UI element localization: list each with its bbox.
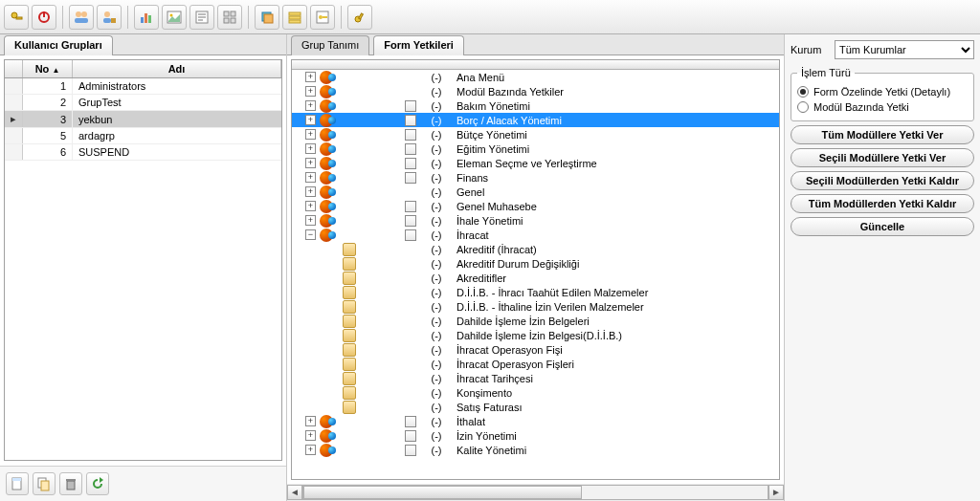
tree-node[interactable]: (-)Dahilde İşleme İzin Belgesi(D.İ.İ.B.) bbox=[292, 328, 779, 342]
tree-node[interactable]: (-)Akreditif (İhracat) bbox=[292, 242, 779, 256]
table-row[interactable]: 6SUSPEND bbox=[5, 144, 281, 161]
key3-icon[interactable] bbox=[347, 5, 372, 30]
key-icon[interactable] bbox=[4, 5, 29, 30]
cell-name: GrupTest bbox=[73, 95, 281, 111]
tree-node[interactable]: (-)Dahilde İşleme İzin Belgeleri bbox=[292, 314, 779, 328]
update-button[interactable]: Güncelle bbox=[791, 217, 974, 236]
radio-icon[interactable] bbox=[797, 86, 809, 98]
expand-icon[interactable]: + bbox=[305, 86, 316, 97]
permissions-tree[interactable]: +(-)Ana Menü+(-)Modül Bazında Yetkiler+(… bbox=[291, 59, 780, 480]
checkbox[interactable] bbox=[405, 100, 416, 112]
grid-icon[interactable] bbox=[217, 5, 242, 30]
tree-node[interactable]: (-)Satış Faturası bbox=[292, 400, 779, 414]
tab-form-permissions[interactable]: Form Yetkileri bbox=[373, 35, 464, 55]
tree-node[interactable]: −(-)İhracat bbox=[292, 228, 779, 242]
tree-node[interactable]: (-)İhracat Tarihçesi bbox=[292, 371, 779, 385]
checkbox[interactable] bbox=[405, 115, 416, 126]
key2-icon[interactable] bbox=[310, 5, 335, 30]
expand-icon[interactable]: + bbox=[305, 100, 316, 111]
expand-icon[interactable]: + bbox=[305, 416, 316, 426]
users-icon[interactable] bbox=[69, 5, 94, 30]
table-row[interactable]: ▸3yekbun bbox=[5, 111, 281, 128]
tree-node[interactable]: +(-)Eğitim Yönetimi bbox=[292, 142, 779, 156]
expand-icon[interactable]: + bbox=[305, 445, 316, 455]
collapse-icon[interactable]: − bbox=[305, 229, 316, 240]
radio-form-detail[interactable]: Form Özelinde Yetki (Detaylı) bbox=[797, 84, 968, 99]
expand-icon[interactable]: + bbox=[305, 143, 316, 154]
radio-icon[interactable] bbox=[797, 101, 809, 113]
power-icon[interactable] bbox=[32, 5, 56, 30]
revoke-all-button[interactable]: Tüm Modüllerden Yetki Kaldır bbox=[791, 194, 974, 213]
tree-node[interactable]: +(-)Kalite Yönetimi bbox=[292, 443, 779, 457]
checkbox[interactable] bbox=[405, 143, 416, 155]
tree-node[interactable]: (-)Akreditif Durum Değişikliği bbox=[292, 256, 779, 271]
checkbox[interactable] bbox=[405, 215, 416, 227]
delete-icon[interactable] bbox=[59, 472, 82, 495]
expand-icon[interactable]: + bbox=[305, 72, 316, 82]
tree-node[interactable]: +(-)Genel Muhasebe bbox=[292, 199, 779, 213]
expand-icon[interactable]: + bbox=[305, 115, 316, 125]
table-row[interactable]: 1Administrators bbox=[5, 78, 281, 95]
expand-icon[interactable]: + bbox=[305, 158, 316, 168]
user-lock-icon[interactable] bbox=[97, 5, 122, 30]
expand-icon[interactable]: + bbox=[305, 172, 316, 183]
image-icon[interactable] bbox=[162, 5, 187, 30]
scroll-right-icon[interactable]: ► bbox=[768, 485, 784, 500]
checkbox[interactable] bbox=[405, 416, 416, 427]
form-icon[interactable] bbox=[189, 5, 214, 30]
tree-node[interactable]: +(-)Bakım Yönetimi bbox=[292, 98, 779, 113]
tree-node[interactable]: (-)Konşimento bbox=[292, 385, 779, 400]
tab-group-def[interactable]: Grup Tanımı bbox=[291, 35, 369, 55]
tree-node[interactable]: (-)Akreditifler bbox=[292, 271, 779, 285]
checkbox[interactable] bbox=[405, 430, 416, 442]
checkbox[interactable] bbox=[405, 158, 416, 169]
tree-node[interactable]: +(-)Genel bbox=[292, 185, 779, 199]
layers-icon[interactable] bbox=[255, 5, 279, 30]
new-doc-icon[interactable] bbox=[6, 472, 29, 495]
revoke-selected-button[interactable]: Seçili Modüllerden Yetki Kaldır bbox=[791, 171, 974, 190]
tree-node[interactable]: +(-)Bütçe Yönetimi bbox=[292, 127, 779, 142]
checkbox[interactable] bbox=[405, 229, 416, 241]
col-name[interactable]: Adı bbox=[73, 60, 281, 78]
tree-node[interactable]: +(-)Modül Bazında Yetkiler bbox=[292, 84, 779, 98]
grant-selected-button[interactable]: Seçili Modüllere Yetki Ver bbox=[791, 148, 974, 167]
tree-node[interactable]: +(-)İhale Yönetimi bbox=[292, 213, 779, 228]
col-no[interactable]: No ▲ bbox=[23, 60, 73, 78]
module-icon bbox=[320, 444, 333, 457]
groups-grid[interactable]: No ▲ Adı 1Administrators2GrupTest▸3yekbu… bbox=[4, 59, 282, 461]
table-row[interactable]: 5ardagrp bbox=[5, 128, 281, 144]
tree-node[interactable]: (-)İhracat Operasyon Fişleri bbox=[292, 357, 779, 371]
expand-icon[interactable]: + bbox=[305, 430, 316, 441]
tree-node[interactable]: (-)İhracat Operasyon Fişi bbox=[292, 342, 779, 357]
tree-scrollbar[interactable]: ◄ ► bbox=[287, 484, 784, 501]
chart-icon[interactable] bbox=[134, 5, 159, 30]
tree-node[interactable]: +(-)Eleman Seçme ve Yerleştirme bbox=[292, 156, 779, 170]
kurum-select[interactable]: Tüm Kurumlar bbox=[835, 40, 974, 59]
tree-node[interactable]: +(-)Ana Menü bbox=[292, 70, 779, 84]
refresh-icon[interactable] bbox=[86, 472, 109, 495]
expand-icon[interactable]: + bbox=[305, 201, 316, 211]
checkbox[interactable] bbox=[405, 129, 416, 141]
tree-node[interactable]: +(-)Finans bbox=[292, 170, 779, 185]
checkbox[interactable] bbox=[405, 172, 416, 184]
scroll-thumb[interactable] bbox=[303, 486, 582, 499]
expand-icon[interactable]: + bbox=[305, 129, 316, 140]
tree-node[interactable]: (-)D.İ.İ.B. - İhracı Taahüt Edilen Malze… bbox=[292, 285, 779, 299]
expand-icon[interactable]: + bbox=[305, 186, 316, 197]
scroll-left-icon[interactable]: ◄ bbox=[287, 485, 302, 500]
table-row[interactable]: 2GrupTest bbox=[5, 95, 281, 111]
tree-node[interactable]: +(-)İthalat bbox=[292, 414, 779, 428]
grant-all-button[interactable]: Tüm Modüllere Yetki Ver bbox=[791, 125, 974, 144]
tab-user-groups[interactable]: Kullanıcı Grupları bbox=[4, 35, 113, 55]
stack-icon[interactable] bbox=[282, 5, 307, 30]
scroll-track[interactable] bbox=[302, 485, 768, 500]
col-rowhead[interactable] bbox=[5, 60, 23, 78]
checkbox[interactable] bbox=[405, 201, 416, 212]
radio-module[interactable]: Modül Bazında Yetki bbox=[797, 99, 968, 115]
copy-doc-icon[interactable] bbox=[33, 472, 56, 495]
expand-icon[interactable]: + bbox=[305, 215, 316, 226]
checkbox[interactable] bbox=[405, 445, 416, 456]
tree-node[interactable]: (-)D.İ.İ.B. - İthaline İzin Verilen Malz… bbox=[292, 299, 779, 314]
tree-node[interactable]: +(-)İzin Yönetimi bbox=[292, 428, 779, 443]
tree-node[interactable]: +(-)Borç / Alacak Yönetimi bbox=[292, 113, 779, 127]
